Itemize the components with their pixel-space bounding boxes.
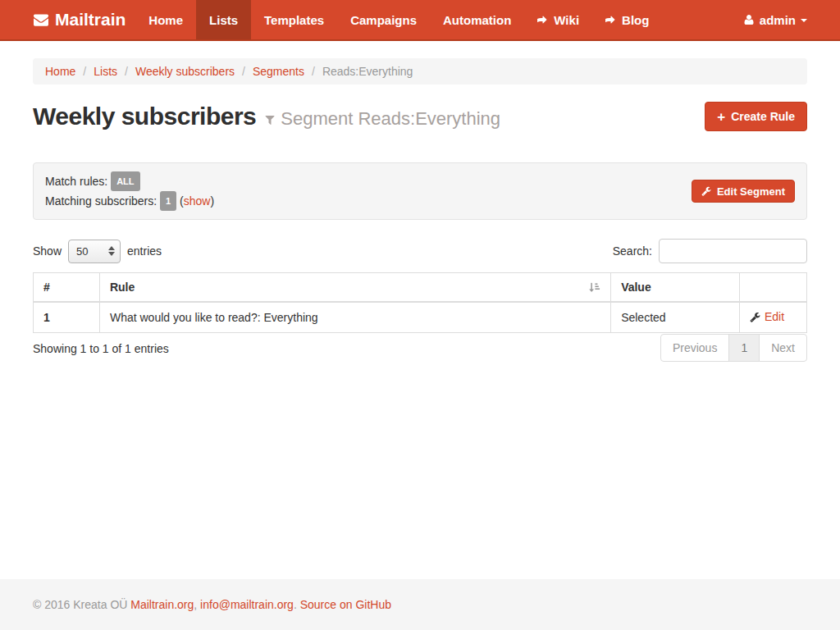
edit-rule-label: Edit <box>765 310 784 323</box>
edit-segment-button[interactable]: Edit Segment <box>692 180 795 203</box>
page-size-value: 50 <box>76 245 108 258</box>
user-menu-label: admin <box>760 13 796 27</box>
brand-label: Mailtrain <box>55 10 126 30</box>
pagination: Previous 1 Next <box>660 334 807 362</box>
breadcrumb-weekly-subscribers[interactable]: Weekly subscribers <box>135 65 235 78</box>
header-rule[interactable]: Rule <box>99 273 610 303</box>
search-label: Search: <box>613 244 652 258</box>
search-input[interactable] <box>659 239 807 263</box>
brand-link[interactable]: Mailtrain <box>33 0 126 39</box>
page-title: Weekly subscribers <box>33 103 256 130</box>
row-rule: What would you like to read?: Everything <box>99 302 610 332</box>
breadcrumb-lists[interactable]: Lists <box>94 65 117 78</box>
page-subtitle-label: Segment Reads:Everything <box>281 108 500 130</box>
breadcrumb-separator: / <box>125 65 128 78</box>
nav-item-templates[interactable]: Templates <box>251 0 337 39</box>
page-subtitle: Segment Reads:Everything <box>264 108 500 130</box>
breadcrumb-home[interactable]: Home <box>45 65 75 78</box>
matching-subscribers-line: Matching subscribers: 1 (show) <box>45 191 214 211</box>
breadcrumb-separator: / <box>312 65 315 78</box>
breadcrumb: Home / Lists / Weekly subscribers / Segm… <box>33 58 807 84</box>
main-nav: Home Lists Templates Campaigns Automatio… <box>135 0 662 39</box>
nav-item-blog-label: Blog <box>622 13 649 27</box>
match-rules-badge: ALL <box>111 171 139 191</box>
copyright-text: © 2016 Kreata OÜ <box>33 598 127 611</box>
create-rule-button[interactable]: + Create Rule <box>705 102 807 131</box>
pagination-page-1[interactable]: 1 <box>728 334 760 362</box>
rules-table: # Rule Value <box>33 272 807 333</box>
segment-panel: Match rules: ALL Matching subscribers: 1… <box>33 162 807 220</box>
footer-link-github[interactable]: Source on GitHub <box>300 598 391 611</box>
show-label: Show <box>33 244 62 258</box>
wrench-icon <box>750 312 760 322</box>
nav-item-wiki[interactable]: Wiki <box>524 0 592 39</box>
edit-rule-link[interactable]: Edit <box>750 310 784 323</box>
edit-segment-label: Edit Segment <box>717 185 785 198</box>
table-row: 1 What would you like to read?: Everythi… <box>34 302 807 332</box>
nav-item-lists[interactable]: Lists <box>196 0 251 39</box>
create-rule-label: Create Rule <box>731 110 795 123</box>
envelope-icon <box>33 12 49 27</box>
page-size-select[interactable]: 50 <box>68 240 121 263</box>
breadcrumb-separator: / <box>83 65 86 78</box>
breadcrumb-current: Reads:Everything <box>322 65 413 78</box>
nav-item-blog[interactable]: Blog <box>592 0 662 39</box>
footer-separator: , <box>194 598 200 611</box>
matching-subscribers-label: Matching subscribers: <box>45 194 157 208</box>
filter-funnel-icon <box>264 114 276 126</box>
match-rules-line: Match rules: ALL <box>45 171 214 191</box>
matching-count-badge: 1 <box>160 191 176 211</box>
row-num: 1 <box>34 302 100 332</box>
sort-icon <box>588 281 600 294</box>
caret-down-icon <box>801 19 807 22</box>
forward-arrow-icon <box>605 14 617 25</box>
nav-item-wiki-label: Wiki <box>554 13 579 27</box>
header-value: Value <box>611 273 740 303</box>
footer-separator: . <box>294 598 300 611</box>
wrench-icon <box>701 186 711 196</box>
header-action <box>740 273 807 303</box>
pagination-previous[interactable]: Previous <box>660 334 729 362</box>
plus-icon: + <box>717 110 725 124</box>
forward-arrow-icon <box>537 14 549 25</box>
user-menu[interactable]: admin <box>735 0 840 39</box>
show-link[interactable]: show <box>184 194 211 208</box>
nav-item-automation[interactable]: Automation <box>430 0 524 39</box>
nav-item-home[interactable]: Home <box>135 0 196 39</box>
match-rules-label: Match rules: <box>45 175 107 188</box>
navbar: Mailtrain Home Lists Templates Campaigns… <box>0 0 840 41</box>
footer-link-mailtrain[interactable]: Mailtrain.org <box>130 598 194 611</box>
table-info: Showing 1 to 1 of 1 entries <box>33 333 169 355</box>
row-value: Selected <box>611 302 740 332</box>
entries-label: entries <box>127 244 162 258</box>
paren-close: ) <box>210 194 214 208</box>
breadcrumb-separator: / <box>242 65 245 78</box>
page-footer: © 2016 Kreata OÜ Mailtrain.org, info@mai… <box>0 579 840 630</box>
user-icon <box>743 14 755 25</box>
nav-item-campaigns[interactable]: Campaigns <box>337 0 430 39</box>
breadcrumb-segments[interactable]: Segments <box>253 65 304 78</box>
footer-link-email[interactable]: info@mailtrain.org <box>200 598 294 611</box>
pagination-next[interactable]: Next <box>759 334 807 362</box>
select-arrows-icon <box>108 246 115 256</box>
header-rule-label: Rule <box>110 281 135 294</box>
header-num: # <box>34 273 100 303</box>
